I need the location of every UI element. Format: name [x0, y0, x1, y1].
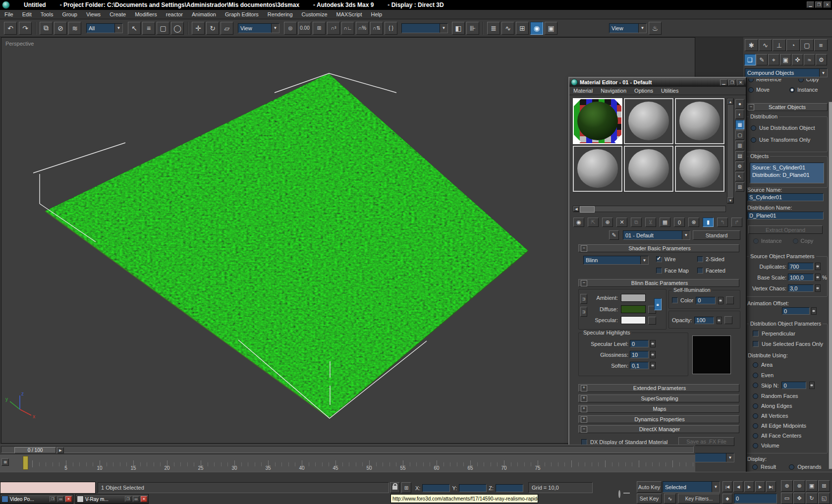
- radio-option[interactable]: Even: [753, 372, 774, 378]
- go-to-parent-icon[interactable]: ↰: [717, 218, 728, 227]
- select-and-rotate-icon[interactable]: ↻: [206, 22, 219, 35]
- show-map-in-viewport-icon[interactable]: ⊗: [688, 218, 699, 227]
- spinner[interactable]: [815, 284, 821, 292]
- quick-render-icon[interactable]: ♨: [649, 22, 662, 35]
- distribution-name-field[interactable]: D_Plane01: [747, 212, 824, 220]
- tab-hierarchy[interactable]: ⊥: [773, 39, 786, 51]
- video-post-window-bar[interactable]: Video Po... ❐ ▭ ✕: [0, 494, 73, 504]
- vray-messages-window-bar[interactable]: V-Ray m... ❐ ▭ ✕: [75, 494, 149, 504]
- tab-motion[interactable]: ◔: [786, 39, 800, 51]
- key-mode-toggle-icon[interactable]: ◆: [722, 494, 732, 504]
- spinner[interactable]: [717, 317, 722, 324]
- y-coordinate-field[interactable]: [459, 484, 487, 492]
- go-forward-to-sibling-icon[interactable]: ↱: [731, 218, 742, 227]
- reset-map-icon[interactable]: ✕: [616, 218, 627, 227]
- select-by-name-icon[interactable]: ≡: [142, 22, 155, 35]
- render-scene-icon[interactable]: ▣: [545, 22, 557, 35]
- material-slot-1[interactable]: [573, 98, 622, 144]
- menu-item[interactable]: Utilities: [657, 87, 682, 94]
- extract-operand-button[interactable]: Extract Operand: [748, 225, 823, 234]
- viewport-label[interactable]: Perspective: [5, 41, 34, 47]
- window-minimize-button[interactable]: ▁: [807, 1, 814, 8]
- mated-restore-button[interactable]: ❐: [728, 79, 736, 86]
- bind-to-space-warp-icon[interactable]: ≋: [68, 22, 81, 35]
- menu-item[interactable]: Edit: [18, 11, 36, 18]
- radio-move[interactable]: Move: [748, 87, 770, 93]
- spinner[interactable]: [815, 263, 821, 270]
- curve-editor-icon[interactable]: ∿: [501, 22, 514, 35]
- min-max-toggle-button[interactable]: ◱: [818, 493, 830, 504]
- spinner[interactable]: [650, 340, 656, 347]
- tab-modify[interactable]: ∿: [759, 39, 772, 51]
- opacity-field[interactable]: 100: [694, 317, 714, 324]
- put-material-to-scene-icon[interactable]: ⇱: [588, 218, 599, 227]
- set-key-button[interactable]: Set Key: [637, 494, 662, 504]
- source-name-field[interactable]: S_Cylinder01: [747, 193, 824, 201]
- close-icon[interactable]: ✕: [65, 496, 72, 502]
- slots-horizontal-scrollbar[interactable]: ◀: [573, 206, 726, 212]
- make-preview-icon[interactable]: ▤: [735, 151, 744, 161]
- layer-manager-icon[interactable]: ≣: [487, 22, 500, 35]
- menu-item[interactable]: Rendering: [263, 11, 297, 18]
- tab-display[interactable]: ▢: [800, 39, 814, 51]
- menu-item[interactable]: Options: [630, 87, 657, 94]
- maximize-icon[interactable]: ▭: [133, 496, 139, 502]
- zoom-region-button[interactable]: ▭: [781, 493, 793, 504]
- scatter-objects-rollout[interactable]: − Scatter Objects: [745, 103, 828, 111]
- background-icon[interactable]: ▦: [735, 120, 744, 129]
- radio-instance[interactable]: Instance: [789, 87, 818, 93]
- sample-uv-tiling-icon[interactable]: ▢: [735, 130, 744, 140]
- window-restore-button[interactable]: ❐: [815, 1, 823, 8]
- material-slot-4[interactable]: [573, 146, 622, 192]
- put-to-library-icon[interactable]: ▦: [660, 218, 670, 227]
- go-to-end-button[interactable]: ▶|: [766, 481, 776, 492]
- zoom-all-button[interactable]: ⊗: [793, 480, 805, 492]
- go-to-start-button[interactable]: |◀: [722, 481, 732, 492]
- edit-named-selection-sets-icon[interactable]: { }: [385, 22, 397, 35]
- play-button[interactable]: ▶: [744, 481, 754, 492]
- previous-frame-button[interactable]: ◀: [733, 481, 743, 492]
- rollout-bar[interactable]: + Extended Parameters: [578, 384, 739, 392]
- x-coordinate-field[interactable]: [422, 484, 450, 492]
- menu-item[interactable]: Create: [105, 11, 130, 18]
- radio-option[interactable]: Volume: [753, 443, 806, 448]
- category-cameras[interactable]: ▣: [780, 54, 791, 65]
- spinner[interactable]: [815, 274, 821, 281]
- skip-n-field[interactable]: 0: [781, 382, 806, 389]
- maximize-icon[interactable]: ▭: [57, 496, 64, 502]
- menu-item[interactable]: MAXScript: [332, 11, 367, 18]
- get-material-icon[interactable]: ◉: [573, 218, 584, 227]
- next-frame-button[interactable]: ▶: [755, 481, 765, 492]
- sample-type-icon[interactable]: ●: [735, 99, 744, 109]
- blinn-basic-parameters-rollout[interactable]: − Blinn Basic Parameters: [578, 279, 739, 287]
- specular-color-swatch[interactable]: [621, 316, 646, 324]
- radio-option[interactable]: Area: [753, 362, 774, 368]
- category-space-warps[interactable]: ≈: [804, 54, 815, 65]
- operands-listbox[interactable]: Source: S_Cylinder01 Distribution: D_Pla…: [750, 163, 824, 183]
- material-editor-icon[interactable]: ◉: [530, 22, 543, 35]
- menu-item[interactable]: Navigation: [597, 87, 630, 94]
- animation-offset-field[interactable]: 0: [782, 307, 810, 315]
- radio-option[interactable]: Use Transforms Only: [751, 137, 815, 143]
- absolute-mode-toggle-icon[interactable]: ⊞: [401, 482, 411, 493]
- zoom-button[interactable]: ⊕: [781, 480, 793, 492]
- z-coordinate-field[interactable]: [496, 484, 523, 492]
- selection-lock-toggle[interactable]: [390, 482, 400, 493]
- ambient-diffuse-lock-icon[interactable]: ⊐: [580, 294, 587, 304]
- undo-icon[interactable]: ↶: [4, 22, 17, 35]
- ambient-color-swatch[interactable]: [621, 294, 646, 302]
- rollout-bar[interactable]: + Maps: [578, 405, 739, 413]
- make-material-copy-icon[interactable]: ⧉: [631, 218, 642, 227]
- tab-create[interactable]: ✱: [745, 39, 758, 51]
- select-and-manipulate-icon[interactable]: 0.00: [298, 22, 311, 35]
- select-object-icon[interactable]: ↖: [128, 22, 141, 35]
- schematic-view-icon[interactable]: ⊞: [516, 22, 529, 35]
- time-slider-track[interactable]: 0 / 100 ▶: [1, 446, 694, 453]
- spinner[interactable]: [809, 382, 815, 389]
- category-geometry[interactable]: ❑: [744, 54, 756, 65]
- slots-vertical-scrollbar[interactable]: ▲ ▼: [727, 98, 734, 204]
- lock-button[interactable]: 🔒︎: [654, 298, 662, 310]
- material-id-channel-icon[interactable]: 0: [674, 218, 685, 227]
- shader-basic-parameters-rollout[interactable]: − Shader Basic Parameters: [578, 244, 739, 252]
- menu-item[interactable]: Material: [569, 87, 597, 94]
